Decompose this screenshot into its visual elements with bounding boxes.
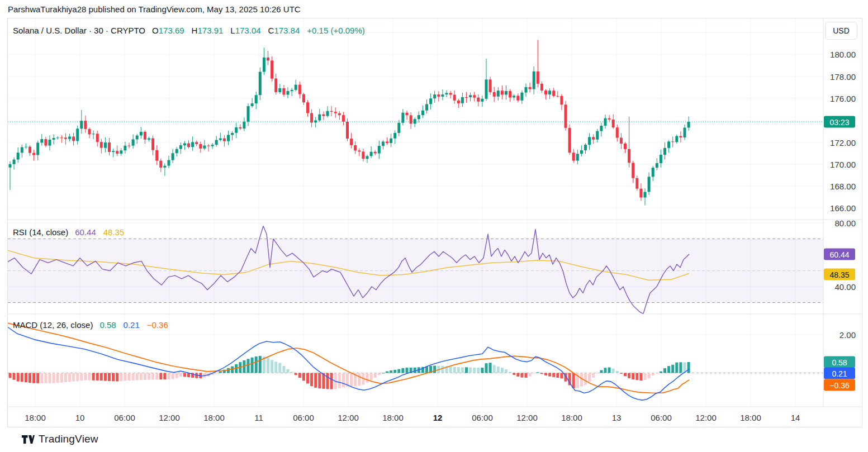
macd-tick-label: 2.00 [839, 330, 856, 340]
low-value: L173.04 [230, 26, 260, 35]
price-tick-label: 180.00 [830, 50, 856, 59]
chart-widget[interactable]: Solana / U.S. Dollar · 30 · CRYPTO O173.… [7, 18, 862, 427]
macd-line-value: 0.21 [124, 320, 140, 330]
chart-canvas[interactable] [8, 18, 862, 427]
rsi-tick-label: 40.00 [834, 282, 856, 292]
macd-signal-value: −0.36 [147, 320, 168, 330]
time-axis-label: 12 [433, 411, 443, 425]
symbol-title: Solana / U.S. Dollar · 30 · CRYPTO [13, 26, 145, 35]
time-axis-label: 18:00 [25, 411, 46, 425]
brand-name: TradingView [39, 433, 98, 445]
macd-hist-value-badge: 0.58 [824, 356, 855, 368]
price-tick-label: 176.00 [830, 94, 856, 103]
high-value: H173.91 [192, 26, 224, 35]
rsi-ma-value: 48.35 [103, 227, 125, 237]
tradingview-logo-icon [22, 435, 35, 444]
time-axis-label: 18:00 [382, 411, 404, 425]
time-axis-label: 18:00 [203, 411, 225, 425]
time-axis-label: 06:00 [293, 411, 314, 425]
publish-caption: ParshwaTurakhiya28 published on TradingV… [8, 3, 301, 16]
change-value: +0.15 (+0.09%) [307, 26, 364, 35]
time-axis-label: 12:00 [338, 411, 359, 425]
time-axis-label: 06:00 [114, 411, 135, 425]
macd-legend: MACD (12, 26, close) 0.58 0.21 −0.36 [13, 320, 168, 330]
price-tick-label: 170.00 [830, 160, 856, 169]
time-axis-label: 11 [254, 411, 263, 425]
time-axis-label: 18:00 [740, 411, 761, 425]
price-tick-label: 172.00 [830, 138, 856, 148]
rsi-ma-value-badge: 48.35 [824, 269, 855, 280]
macd-signal-value-badge: −0.36 [824, 379, 855, 391]
rsi-value-badge: 60.44 [824, 249, 855, 260]
price-tick-label: 168.00 [830, 182, 856, 191]
rsi-tick-label: 80.00 [834, 218, 856, 228]
rsi-title: RSI (14, close) [13, 227, 68, 237]
time-axis-label: 10 [75, 411, 85, 425]
close-value: C173.84 [268, 26, 300, 35]
time-axis-label: 12:00 [159, 411, 180, 425]
tradingview-attribution[interactable]: TradingView [22, 426, 98, 452]
time-axis-label: 12:00 [516, 411, 538, 425]
time-axis-label: 14 [791, 411, 800, 425]
time-axis-label: 12:00 [695, 411, 717, 425]
price-tick-label: 166.00 [830, 203, 856, 213]
ohlc-values: O173.69 H173.91 L173.04 C173.84 +0.15 (+… [152, 26, 365, 35]
bar-countdown-badge: 03:23 [824, 116, 855, 128]
symbol-legend: Solana / U.S. Dollar · 30 · CRYPTO O173.… [13, 26, 365, 35]
macd-line-value-badge: 0.21 [824, 368, 855, 379]
macd-title: MACD (12, 26, close) [13, 320, 93, 330]
rsi-value: 60.44 [75, 227, 96, 237]
price-tick-label: 178.00 [830, 72, 856, 82]
time-axis-label: 13 [612, 411, 622, 425]
macd-hist-value: 0.58 [99, 320, 116, 330]
time-axis-label: 06:00 [472, 411, 493, 425]
rsi-legend: RSI (14, close) 60.44 48.35 [13, 227, 124, 237]
currency-toggle-button[interactable]: USD [825, 22, 857, 40]
time-axis-label: 18:00 [561, 411, 582, 425]
time-axis-label: 06:00 [651, 411, 672, 425]
open-value: O173.69 [152, 26, 184, 35]
